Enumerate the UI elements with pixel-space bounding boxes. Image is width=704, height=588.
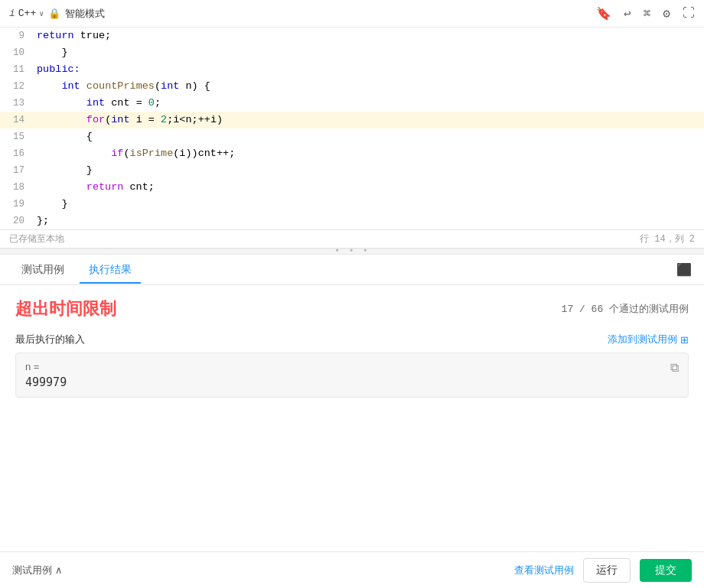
line-content: } <box>37 196 704 213</box>
result-stats: 17 / 66 个通过的测试用例 <box>562 302 689 316</box>
code-line: 17 } <box>0 162 704 179</box>
line-number: 9 <box>0 28 37 44</box>
toolbar-left: i C++ ∨ 🔒 智能模式 <box>9 7 105 21</box>
line-number: 15 <box>0 128 37 145</box>
code-editor[interactable]: 9return true;10 }11public:12 int countPr… <box>0 28 704 230</box>
input-box: n = 499979 ⧉ <box>15 352 689 398</box>
shortcut-icon[interactable]: ⌘ <box>644 6 651 21</box>
last-input-label: 最后执行的输入 <box>15 333 85 346</box>
add-test-case-link[interactable]: 查看测试用例 <box>514 564 574 577</box>
tab-bar: 测试用例 执行结果 ⬛ <box>0 255 704 285</box>
code-line: 16 if(isPrime(i))cnt++; <box>0 145 704 162</box>
tab-test-cases[interactable]: 测试用例 <box>12 257 73 283</box>
submit-button[interactable]: 提交 <box>640 559 692 582</box>
settings-icon[interactable]: ⚙ <box>663 6 670 21</box>
line-number: 17 <box>0 162 37 179</box>
input-value: 499979 <box>25 375 679 389</box>
resize-handle[interactable]: • • • <box>0 249 704 255</box>
code-line: 14 for(int i = 2;i<n;++i) <box>0 112 704 128</box>
line-number: 10 <box>0 44 37 61</box>
line-content: int countPrimes(int n) { <box>37 78 704 95</box>
bookmark-icon[interactable]: 🔖 <box>596 6 611 21</box>
cursor-position: 行 14，列 2 <box>640 232 695 245</box>
test-cases-toggle-label: 测试用例 <box>12 564 52 577</box>
result-status: 超出时间限制 <box>15 297 116 320</box>
line-content: { <box>37 128 704 145</box>
line-number: 14 <box>0 112 37 128</box>
footer-right: 查看测试用例 运行 提交 <box>514 558 692 583</box>
lang-name: C++ <box>18 8 36 19</box>
add-to-case-button[interactable]: 添加到测试用例 ⊞ <box>608 333 689 346</box>
fullscreen-icon[interactable]: ⛶ <box>683 6 695 21</box>
last-input-header: 最后执行的输入 添加到测试用例 ⊞ <box>15 333 689 346</box>
toolbar-right: 🔖 ↩ ⌘ ⚙ ⛶ <box>596 6 695 21</box>
code-line: 9return true; <box>0 28 704 44</box>
collapse-icon[interactable]: ⬛ <box>676 264 692 278</box>
tab-results[interactable]: 执行结果 <box>80 257 141 283</box>
code-line: 12 int countPrimes(int n) { <box>0 78 704 95</box>
chevron-down-icon: ∨ <box>39 9 44 18</box>
line-content: if(isPrime(i))cnt++; <box>37 145 704 162</box>
line-number: 12 <box>0 78 37 95</box>
line-content: return cnt; <box>37 179 704 196</box>
code-line: 11public: <box>0 61 704 78</box>
test-cases-toggle[interactable]: 测试用例 ∧ <box>12 564 63 577</box>
line-content: return true; <box>37 28 704 44</box>
tab-bar-right: ⬛ <box>676 262 692 278</box>
line-number: 13 <box>0 95 37 112</box>
code-line: 19 } <box>0 196 704 213</box>
copy-icon[interactable]: ⧉ <box>670 361 679 375</box>
code-line: 18 return cnt; <box>0 179 704 196</box>
bottom-footer: 测试用例 ∧ 查看测试用例 运行 提交 <box>0 551 704 588</box>
line-content: }; <box>37 213 704 229</box>
line-content: } <box>37 162 704 179</box>
code-line: 13 int cnt = 0; <box>0 95 704 112</box>
line-number: 16 <box>0 145 37 162</box>
add-to-case-icon: ⊞ <box>680 334 689 346</box>
saved-status: 已存储至本地 <box>9 232 64 245</box>
line-content: int cnt = 0; <box>37 95 704 112</box>
code-line: 15 { <box>0 128 704 145</box>
smart-mode-label: 智能模式 <box>65 7 105 21</box>
input-var: n = <box>25 361 679 372</box>
footer-left: 测试用例 ∧ <box>12 564 63 577</box>
line-number: 11 <box>0 61 37 78</box>
result-header: 超出时间限制 17 / 66 个通过的测试用例 <box>15 297 689 320</box>
line-number: 18 <box>0 179 37 196</box>
line-number: 20 <box>0 213 37 229</box>
top-toolbar: i C++ ∨ 🔒 智能模式 🔖 ↩ ⌘ ⚙ ⛶ <box>0 0 704 28</box>
result-content: 超出时间限制 17 / 66 个通过的测试用例 最后执行的输入 添加到测试用例 … <box>0 285 704 551</box>
run-button[interactable]: 运行 <box>583 558 631 583</box>
undo-icon[interactable]: ↩ <box>624 6 631 21</box>
code-line: 10 } <box>0 44 704 61</box>
code-line: 20}; <box>0 213 704 229</box>
lang-type-icon: i <box>9 8 15 19</box>
code-lines: 9return true;10 }11public:12 int countPr… <box>0 28 704 229</box>
bottom-panel: 测试用例 执行结果 ⬛ 超出时间限制 17 / 66 个通过的测试用例 最后执行… <box>0 255 704 588</box>
line-content: } <box>37 44 704 61</box>
line-content: for(int i = 2;i<n;++i) <box>37 112 704 128</box>
line-content: public: <box>37 61 704 78</box>
lock-icon: 🔒 <box>48 8 60 20</box>
add-to-case-label: 添加到测试用例 <box>608 333 677 346</box>
chevron-up-icon: ∧ <box>55 564 63 576</box>
last-input-section: 最后执行的输入 添加到测试用例 ⊞ n = 499979 ⧉ <box>15 333 689 398</box>
language-selector[interactable]: i C++ ∨ <box>9 8 44 19</box>
line-number: 19 <box>0 196 37 213</box>
